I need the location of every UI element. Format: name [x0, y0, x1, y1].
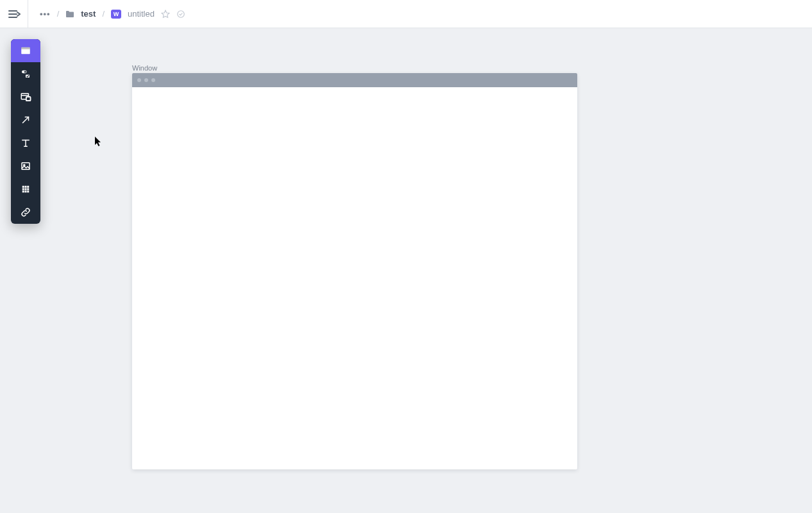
browser-tool[interactable] [11, 85, 40, 108]
svg-rect-25 [27, 189, 29, 190]
svg-rect-22 [27, 186, 29, 188]
svg-rect-24 [25, 189, 27, 190]
breadcrumb-separator: / [57, 9, 60, 19]
breadcrumb-separator: / [102, 9, 105, 19]
svg-rect-28 [27, 190, 29, 192]
link-tool[interactable] [11, 201, 40, 224]
svg-rect-18 [22, 163, 30, 170]
breadcrumb-doc-name[interactable]: untitled [128, 9, 155, 19]
menu-toggle-button[interactable] [0, 0, 28, 28]
svg-rect-27 [25, 190, 27, 192]
traffic-light-dot [144, 78, 148, 82]
text-tool[interactable] [11, 131, 40, 155]
controls-icon [20, 68, 31, 80]
browser-icon [20, 91, 31, 103]
svg-rect-12 [26, 97, 31, 101]
breadcrumb-folder[interactable]: test [81, 9, 96, 19]
folder-icon [65, 10, 74, 18]
top-header: ••• / test / W untitled [0, 0, 812, 28]
svg-rect-26 [22, 190, 24, 192]
image-tool[interactable] [11, 155, 40, 178]
svg-point-4 [178, 10, 185, 17]
svg-marker-3 [162, 10, 169, 17]
arrow-icon [20, 114, 31, 126]
text-icon [20, 137, 31, 149]
check-circle-icon[interactable] [176, 10, 185, 19]
link-icon [20, 206, 31, 218]
grid-tool[interactable] [11, 178, 40, 201]
arrow-tool[interactable] [11, 108, 40, 131]
canvas-element-label[interactable]: Window [132, 64, 157, 72]
svg-rect-21 [25, 186, 27, 188]
cursor-icon [95, 137, 103, 147]
menu-arrow-icon [8, 9, 21, 19]
star-icon[interactable] [161, 10, 170, 19]
window-icon [20, 45, 31, 56]
window-titlebar [132, 73, 577, 87]
svg-point-8 [24, 71, 26, 73]
svg-rect-23 [22, 189, 24, 190]
grid-icon [20, 183, 31, 195]
svg-rect-20 [22, 186, 24, 188]
canvas-area[interactable]: Window [0, 28, 812, 513]
breadcrumb: ••• / test / W untitled [28, 9, 185, 19]
image-icon [20, 160, 31, 172]
traffic-light-dot [137, 78, 141, 82]
doc-type-badge: W [111, 10, 121, 19]
controls-tool[interactable] [11, 62, 40, 85]
window-tool[interactable] [11, 39, 40, 62]
toolbar [11, 39, 40, 224]
svg-line-14 [23, 117, 29, 123]
svg-rect-6 [21, 47, 30, 49]
canvas-window-element[interactable] [132, 73, 577, 469]
breadcrumb-more-button[interactable]: ••• [40, 9, 51, 19]
traffic-light-dot [151, 78, 155, 82]
